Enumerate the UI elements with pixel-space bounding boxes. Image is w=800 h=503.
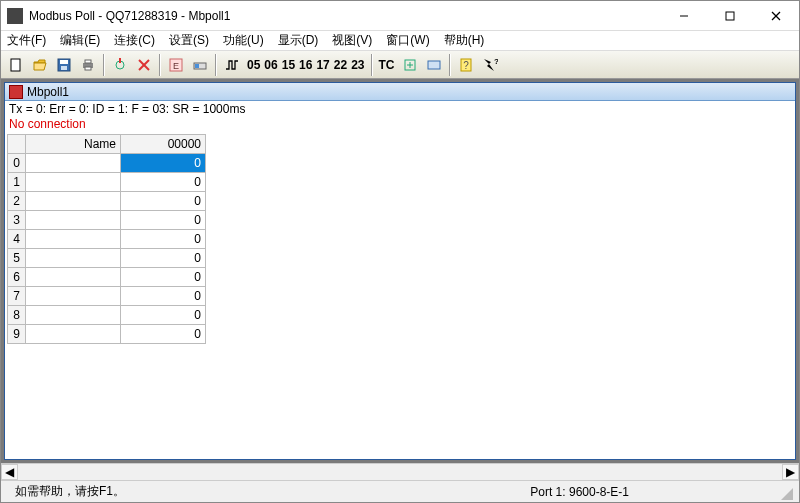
svg-rect-18 xyxy=(195,64,199,68)
cell-name[interactable] xyxy=(26,249,121,268)
auto-icon[interactable] xyxy=(189,54,211,76)
cell-name[interactable] xyxy=(26,268,121,287)
menu-item[interactable]: 窗口(W) xyxy=(384,31,431,50)
row-header[interactable]: 1 xyxy=(8,173,26,192)
svg-rect-1 xyxy=(726,12,734,20)
cell-value[interactable]: 0 xyxy=(121,268,206,287)
cell-value[interactable]: 0 xyxy=(121,230,206,249)
fn-code-button[interactable]: 17 xyxy=(314,54,331,76)
menu-item[interactable]: 显示(D) xyxy=(276,31,321,50)
disconnect-icon[interactable] xyxy=(133,54,155,76)
child-window-icon xyxy=(9,85,23,99)
col-header-name[interactable]: Name xyxy=(26,135,121,154)
cell-name[interactable] xyxy=(26,287,121,306)
menu-item[interactable]: 编辑(E) xyxy=(58,31,102,50)
tc-button[interactable]: TC xyxy=(377,54,397,76)
toolbar-separator xyxy=(159,54,161,76)
context-help-icon[interactable]: ? xyxy=(479,54,501,76)
row-header[interactable]: 8 xyxy=(8,306,26,325)
tool-b-icon[interactable] xyxy=(423,54,445,76)
menu-item[interactable]: 连接(C) xyxy=(112,31,157,50)
fn-code-button[interactable]: 22 xyxy=(332,54,349,76)
cell-name[interactable] xyxy=(26,230,121,249)
fn-code-button[interactable]: 05 xyxy=(245,54,262,76)
table-row[interactable]: 20 xyxy=(8,192,206,211)
definition-icon[interactable]: E xyxy=(165,54,187,76)
row-header[interactable]: 2 xyxy=(8,192,26,211)
scroll-track[interactable] xyxy=(18,464,782,480)
horizontal-scrollbar[interactable]: ◀ ▶ xyxy=(1,463,799,480)
menu-item[interactable]: 功能(U) xyxy=(221,31,266,50)
menu-item[interactable]: 视图(V) xyxy=(330,31,374,50)
register-table[interactable]: Name 00000 00102030405060708090 xyxy=(7,134,206,344)
table-row[interactable]: 60 xyxy=(8,268,206,287)
cell-name[interactable] xyxy=(26,173,121,192)
cell-value[interactable]: 0 xyxy=(121,249,206,268)
menu-item[interactable]: 文件(F) xyxy=(5,31,48,50)
table-row[interactable]: 90 xyxy=(8,325,206,344)
cell-name[interactable] xyxy=(26,325,121,344)
row-header[interactable]: 6 xyxy=(8,268,26,287)
cell-value[interactable]: 0 xyxy=(121,173,206,192)
save-icon[interactable] xyxy=(53,54,75,76)
row-header[interactable]: 5 xyxy=(8,249,26,268)
child-window-title: Mbpoll1 xyxy=(27,85,69,99)
pulse-icon[interactable] xyxy=(221,54,243,76)
resize-grip-icon[interactable] xyxy=(777,484,793,500)
cell-value[interactable]: 0 xyxy=(121,211,206,230)
menu-item[interactable]: 设置(S) xyxy=(167,31,211,50)
cell-value[interactable]: 0 xyxy=(121,325,206,344)
table-row[interactable]: 80 xyxy=(8,306,206,325)
print-icon[interactable] xyxy=(77,54,99,76)
row-header[interactable]: 3 xyxy=(8,211,26,230)
menubar: 文件(F)编辑(E)连接(C)设置(S)功能(U)显示(D)视图(V)窗口(W)… xyxy=(1,31,799,51)
toolbar-separator xyxy=(371,54,373,76)
svg-rect-20 xyxy=(428,61,440,69)
cell-name[interactable] xyxy=(26,154,121,173)
svg-text:E: E xyxy=(173,61,179,71)
poll-status-line: Tx = 0: Err = 0: ID = 1: F = 03: SR = 10… xyxy=(7,101,793,117)
fn-code-button[interactable]: 06 xyxy=(262,54,279,76)
fn-code-button[interactable]: 23 xyxy=(349,54,366,76)
menu-item[interactable]: 帮助(H) xyxy=(442,31,487,50)
table-row[interactable]: 00 xyxy=(8,154,206,173)
table-row[interactable]: 30 xyxy=(8,211,206,230)
cell-name[interactable] xyxy=(26,211,121,230)
svg-rect-4 xyxy=(11,59,20,71)
svg-rect-10 xyxy=(85,67,91,70)
row-header[interactable]: 4 xyxy=(8,230,26,249)
app-icon xyxy=(7,8,23,24)
cell-value[interactable]: 0 xyxy=(121,306,206,325)
help-icon[interactable]: ? xyxy=(455,54,477,76)
cell-name[interactable] xyxy=(26,192,121,211)
cell-value[interactable]: 0 xyxy=(121,287,206,306)
scroll-left-icon[interactable]: ◀ xyxy=(1,464,18,480)
open-icon[interactable] xyxy=(29,54,51,76)
toolbar-separator xyxy=(215,54,217,76)
new-icon[interactable] xyxy=(5,54,27,76)
tool-a-icon[interactable] xyxy=(399,54,421,76)
toolbar: E 05061516172223 TC ? ? xyxy=(1,51,799,79)
connect-icon[interactable] xyxy=(109,54,131,76)
minimize-button[interactable] xyxy=(661,1,707,31)
close-button[interactable] xyxy=(753,1,799,31)
svg-text:?: ? xyxy=(494,57,498,66)
cell-value[interactable]: 0 xyxy=(121,192,206,211)
child-titlebar[interactable]: Mbpoll1 xyxy=(5,83,795,101)
table-row[interactable]: 40 xyxy=(8,230,206,249)
table-row[interactable]: 70 xyxy=(8,287,206,306)
table-row[interactable]: 50 xyxy=(8,249,206,268)
fn-code-button[interactable]: 15 xyxy=(280,54,297,76)
cell-name[interactable] xyxy=(26,306,121,325)
scroll-right-icon[interactable]: ▶ xyxy=(782,464,799,480)
row-header[interactable]: 0 xyxy=(8,154,26,173)
child-body: Tx = 0: Err = 0: ID = 1: F = 03: SR = 10… xyxy=(5,101,795,459)
statusbar: 如需帮助，请按F1。 Port 1: 9600-8-E-1 xyxy=(1,480,799,502)
fn-code-button[interactable]: 16 xyxy=(297,54,314,76)
maximize-button[interactable] xyxy=(707,1,753,31)
cell-value[interactable]: 0 xyxy=(121,154,206,173)
col-header-value[interactable]: 00000 xyxy=(121,135,206,154)
row-header[interactable]: 7 xyxy=(8,287,26,306)
table-row[interactable]: 10 xyxy=(8,173,206,192)
row-header[interactable]: 9 xyxy=(8,325,26,344)
